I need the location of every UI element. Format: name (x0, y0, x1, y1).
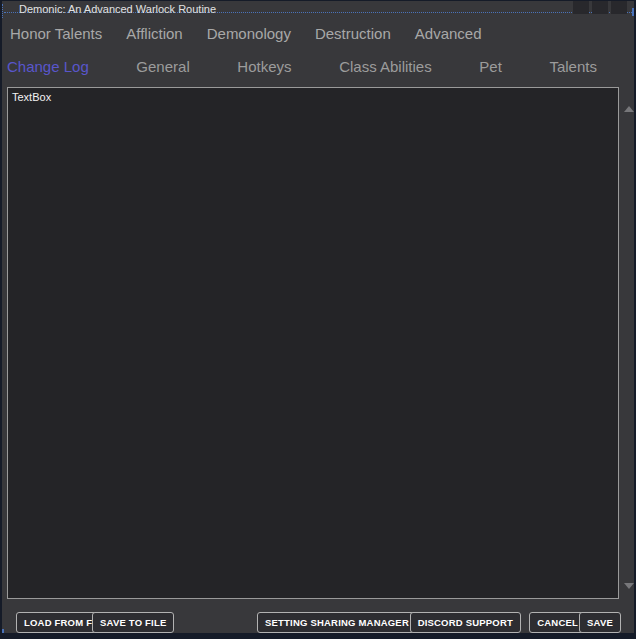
save-button[interactable]: SAVE (579, 612, 621, 633)
tab-demonology[interactable]: Demonology (207, 25, 291, 42)
setting-sharing-manager-button[interactable]: SETTING SHARING MANAGER (257, 612, 417, 633)
titlebar[interactable]: Demonic: An Advanced Warlock Routine (2, 1, 634, 18)
tab-class-abilities[interactable]: Class Abilities (339, 58, 432, 75)
cancel-button[interactable]: CANCEL (529, 612, 586, 633)
window-controls (573, 1, 627, 14)
minimize-button[interactable] (573, 1, 589, 14)
tab-pet[interactable]: Pet (479, 58, 502, 75)
textbox-scrollbar[interactable] (622, 87, 636, 599)
focus-dotted-line-left (2, 4, 3, 18)
tab-change-log[interactable]: Change Log (7, 58, 89, 75)
tab-honor-talents[interactable]: Honor Talents (10, 25, 102, 42)
close-button[interactable] (611, 1, 627, 14)
tab-destruction[interactable]: Destruction (315, 25, 391, 42)
demonic-settings-window: Demonic: An Advanced Warlock Routine Hon… (0, 0, 636, 639)
scroll-up-icon (624, 91, 634, 112)
tab-strip-row-1: Honor Talents Affliction Demonology Dest… (2, 18, 634, 48)
tab-strip-row-2: Change Log General Hotkeys Class Abiliti… (7, 48, 597, 84)
scroll-down-button[interactable] (624, 589, 634, 595)
tab-general[interactable]: General (136, 58, 189, 75)
tab-talents[interactable]: Talents (549, 58, 597, 75)
changelog-textbox-text: TextBox (12, 91, 51, 103)
window-title: Demonic: An Advanced Warlock Routine (19, 3, 216, 15)
changelog-textbox[interactable]: TextBox (7, 87, 619, 599)
focus-dotted-line-right (632, 8, 634, 16)
focus-tick-bottom-left (2, 629, 4, 634)
discord-support-button[interactable]: DISCORD SUPPORT (410, 612, 521, 633)
scroll-up-button[interactable] (624, 91, 634, 97)
save-to-file-button[interactable]: SAVE TO FILE (92, 612, 174, 633)
tab-affliction[interactable]: Affliction (126, 25, 182, 42)
maximize-button[interactable] (592, 1, 608, 14)
scroll-down-icon (624, 583, 634, 604)
tab-hotkeys[interactable]: Hotkeys (237, 58, 291, 75)
tab-advanced[interactable]: Advanced (415, 25, 482, 42)
